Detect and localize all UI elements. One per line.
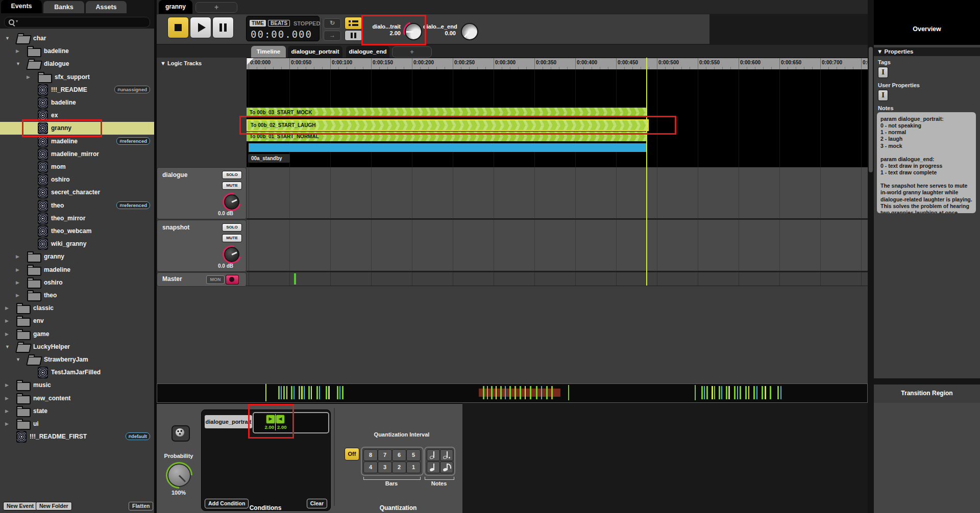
tree-item-dialogue[interactable]: ▼dialogue (0, 58, 154, 70)
view-tab-timeline[interactable]: Timeline (251, 46, 286, 58)
tree-item-madeline-mirror[interactable]: madeline_mirror (0, 148, 154, 161)
search-box[interactable]: ▾ (4, 17, 150, 28)
tree-item-badeline[interactable]: badeline (0, 96, 154, 109)
mute-button[interactable]: MUTE (222, 182, 242, 190)
beats-mode-button[interactable]: BEATS (268, 20, 290, 27)
stop-button[interactable] (167, 17, 189, 38)
collapsed-arrow-icon[interactable]: ▶ (5, 396, 9, 401)
properties-section-header[interactable]: ▼ Properties (874, 47, 980, 56)
tree-item-oshiro[interactable]: oshiro (0, 173, 154, 186)
tree-item-ui[interactable]: ▶ui (0, 418, 154, 430)
view-tab-dialogue_end[interactable]: dialogue_end (346, 46, 389, 58)
user-properties-edit-button[interactable]: I (878, 90, 888, 101)
tree-item-classic[interactable]: ▶classic (0, 302, 154, 315)
mute-button[interactable]: MUTE (222, 234, 242, 242)
volume-knob[interactable] (224, 194, 239, 210)
collapsed-arrow-icon[interactable]: ▶ (16, 267, 19, 272)
monitor-button[interactable]: MON (206, 275, 225, 284)
timeline-minimap[interactable] (157, 383, 868, 403)
tree-item-madeline[interactable]: ▶madeline (0, 264, 154, 276)
timeline-ruler[interactable]: 0:00:0000:00:0500:00:1000:00:1500:00:200… (247, 58, 868, 70)
solo-button[interactable]: SOLO (222, 223, 242, 232)
time-mode-button[interactable]: TIME (250, 20, 266, 27)
destination-marker-bar[interactable] (249, 143, 647, 152)
tree-item-granny[interactable]: ▶granny (0, 250, 154, 263)
condition-parameter-chip[interactable]: dialogue_portrait (205, 415, 252, 428)
collapsed-arrow-icon[interactable]: ▶ (27, 74, 30, 80)
collapsed-arrow-icon[interactable]: ▶ (16, 254, 19, 259)
notes-field[interactable]: param dialogue_portrait: 0 - not speakin… (877, 112, 976, 213)
quant-bar-button-8[interactable]: 8 (363, 449, 378, 461)
tree-item--readme-first[interactable]: !!!_README_FIRST#default (0, 430, 154, 443)
expanded-arrow-icon[interactable]: ▼ (16, 357, 20, 362)
tree-item-theo[interactable]: theo#referenced (0, 199, 154, 212)
tree-item-new-content[interactable]: ▶new_content (0, 392, 154, 405)
logic-tracks-header[interactable]: ▼ Logic Tracks (160, 60, 202, 66)
quant-bar-button-6[interactable]: 6 (392, 449, 406, 461)
flatten-button[interactable]: Flatten (129, 502, 153, 510)
quant-bar-button-4[interactable]: 4 (363, 461, 378, 473)
tree-item--readme[interactable]: !!!_README#unassigned (0, 84, 154, 96)
probability-dice-button[interactable] (172, 425, 190, 442)
tree-item-theo-webcam[interactable]: theo_webcam (0, 225, 154, 238)
sidebar-tab-banks[interactable]: Banks (43, 1, 84, 13)
track-header-dialogue[interactable]: dialogueSOLOMUTE0.0 dB (157, 167, 247, 219)
quant-bar-button-2[interactable]: 2 (392, 461, 406, 473)
volume-knob[interactable] (224, 247, 239, 262)
dialogue-track-lane[interactable] (247, 167, 868, 218)
tree-item-env[interactable]: ▶env (0, 315, 154, 327)
tree-item-oshiro[interactable]: ▶oshiro (0, 276, 154, 289)
quant-note-button-hollow[interactable] (427, 449, 440, 461)
expanded-arrow-icon[interactable]: ▼ (5, 36, 10, 41)
master-fader-knob[interactable] (226, 275, 239, 285)
tree-item-sfx-support[interactable]: ▶sfx_support (0, 71, 154, 84)
param-knob-1[interactable] (461, 23, 478, 40)
sidebar-tab-events[interactable]: Events (1, 0, 42, 13)
new-folder-button[interactable]: New Folder (36, 502, 72, 510)
tree-item-state[interactable]: ▶state (0, 405, 154, 418)
tags-edit-button[interactable]: I (878, 67, 888, 78)
collapsed-arrow-icon[interactable]: ▶ (16, 48, 19, 54)
master-track-lane[interactable] (247, 272, 868, 286)
solo-button[interactable]: SOLO (222, 171, 242, 179)
tree-item-char[interactable]: ▼char (0, 32, 154, 45)
tree-item-luckyhelper[interactable]: ▼LuckyHelper (0, 341, 154, 353)
probability-knob[interactable] (167, 464, 191, 487)
tree-item-testjamjarfilled[interactable]: TestJamJarFilled (0, 366, 154, 379)
collapsed-arrow-icon[interactable]: ▶ (16, 280, 19, 285)
tree-item-theo-mirror[interactable]: theo_mirror (0, 212, 154, 225)
vertical-scrollbar[interactable] (869, 47, 873, 172)
sidebar-tab-assets[interactable]: Assets (86, 1, 127, 13)
tracks-view-button[interactable] (345, 17, 362, 30)
tree-item-music[interactable]: ▶music (0, 379, 154, 392)
new-event-button[interactable]: New Event (3, 502, 37, 510)
follow-cursor-button[interactable]: → (324, 31, 341, 41)
new-tab-button[interactable]: + (195, 2, 237, 13)
track-header-snapshot[interactable]: snapshotSOLOMUTE0.0 dB (157, 220, 247, 272)
tree-item-strawberryjam[interactable]: ▼StrawberryJam (0, 353, 154, 366)
quant-bar-button-3[interactable]: 3 (378, 461, 392, 473)
pause-button[interactable] (212, 17, 234, 38)
clip-label[interactable]: 00a_standby (248, 154, 290, 163)
collapsed-arrow-icon[interactable]: ▶ (5, 408, 9, 414)
quant-note-button-solid-flag[interactable] (440, 461, 453, 473)
collapsed-arrow-icon[interactable]: ▶ (5, 382, 9, 388)
collapsed-arrow-icon[interactable]: ▶ (5, 305, 9, 311)
quant-bar-button-5[interactable]: 5 (406, 449, 421, 461)
tree-item-game[interactable]: ▶game (0, 328, 154, 341)
collapsed-arrow-icon[interactable]: ▶ (16, 293, 19, 298)
playhead-flag[interactable] (247, 58, 254, 65)
play-button[interactable] (190, 17, 211, 38)
collapsed-arrow-icon[interactable]: ▶ (5, 331, 9, 337)
tree-item-theo[interactable]: ▶theo (0, 289, 154, 302)
quant-note-button-solid[interactable] (427, 461, 440, 473)
quant-bar-button-7[interactable]: 7 (378, 449, 392, 461)
tree-item-wiki-granny[interactable]: wiki_granny (0, 238, 154, 250)
master-track-header[interactable]: Master MON (157, 272, 247, 287)
snapshot-track-lane[interactable] (247, 220, 868, 271)
search-input[interactable] (22, 18, 146, 27)
collapsed-arrow-icon[interactable]: ▶ (5, 421, 9, 426)
tree-item-mom[interactable]: mom (0, 161, 154, 173)
tree-item-badeline[interactable]: ▶badeline (0, 45, 154, 58)
add-parameter-tab[interactable]: + (392, 46, 432, 58)
